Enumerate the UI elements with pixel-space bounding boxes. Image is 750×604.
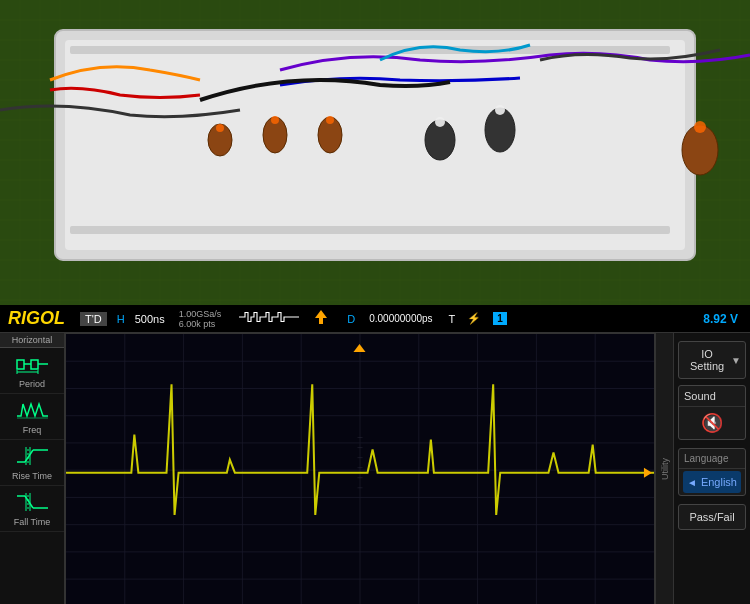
sound-section: Sound 🔇 — [678, 385, 746, 440]
rise-time-label: Rise Time — [12, 471, 52, 481]
svg-point-66 — [495, 105, 505, 115]
h-label: H — [117, 313, 125, 325]
rise-time-icon — [15, 444, 50, 469]
td-indicator: T'D — [80, 312, 107, 326]
freq-icon — [15, 398, 50, 423]
svg-point-58 — [216, 124, 224, 132]
pts-value: 6.00k pts — [179, 319, 222, 329]
svg-marker-69 — [315, 310, 327, 324]
svg-rect-72 — [31, 360, 38, 369]
svg-rect-56 — [70, 226, 670, 234]
trigger-indicator — [315, 310, 327, 328]
svg-point-64 — [435, 117, 445, 127]
t-indicator: T — [449, 313, 456, 325]
breadboard-photo — [0, 0, 750, 305]
sound-icon: 🔇 — [701, 412, 723, 434]
language-value-button[interactable]: ◄ English — [683, 471, 741, 493]
freq-label: Freq — [23, 425, 42, 435]
lang-arrow-icon: ◄ — [687, 477, 697, 488]
channel-indicator: 1 — [493, 312, 507, 325]
io-setting-button[interactable]: IO Setting ▼ — [678, 341, 746, 379]
english-label: English — [701, 476, 737, 488]
utility-label: Utility — [660, 458, 670, 480]
status-bar: RIGOL T'D H 500ns 1.00GSa/s 6.00k pts D … — [0, 305, 750, 333]
fall-time-label: Fall Time — [14, 517, 51, 527]
io-setting-label: IO Setting — [683, 348, 731, 372]
sound-icon-container[interactable]: 🔇 — [679, 407, 745, 439]
svg-point-62 — [326, 116, 334, 124]
sidebar-header: Horizontal — [0, 333, 64, 348]
lightning-icon: ⚡ — [467, 312, 481, 325]
language-section: Language ◄ English — [678, 448, 746, 496]
language-label: Language — [679, 449, 745, 469]
freq-measure[interactable]: Freq — [0, 394, 64, 440]
svg-point-68 — [694, 121, 706, 133]
timebase-value: 500ns — [135, 313, 165, 325]
voltage-display: 8.92 V — [703, 312, 742, 326]
io-arrow-icon: ▼ — [731, 355, 741, 366]
time-offset: 0.00000000ps — [369, 313, 432, 324]
rigol-logo: RIGOL — [8, 308, 65, 329]
rise-time-measure[interactable]: Rise Time — [0, 440, 64, 486]
left-sidebar: Horizontal Period — [0, 333, 65, 604]
pass-fail-button[interactable]: Pass/Fail — [678, 504, 746, 530]
sound-label: Sound — [679, 386, 745, 407]
fall-time-icon — [15, 490, 50, 515]
waveform-indicator — [239, 309, 299, 329]
right-panel: Utility IO Setting ▼ Sound 🔇 Language ◄ … — [655, 333, 750, 604]
pass-fail-label: Pass/Fail — [689, 511, 734, 523]
svg-point-60 — [271, 116, 279, 124]
svg-rect-70 — [17, 360, 24, 369]
main-display: Horizontal Period — [0, 333, 750, 604]
d-label: D — [347, 313, 355, 325]
sample-rate: 1.00GSa/s — [179, 309, 222, 319]
period-measure[interactable]: Period — [0, 348, 64, 394]
scope-screen — [65, 333, 655, 604]
fall-time-measure[interactable]: Fall Time — [0, 486, 64, 532]
period-label: Period — [19, 379, 45, 389]
period-icon — [15, 352, 50, 377]
